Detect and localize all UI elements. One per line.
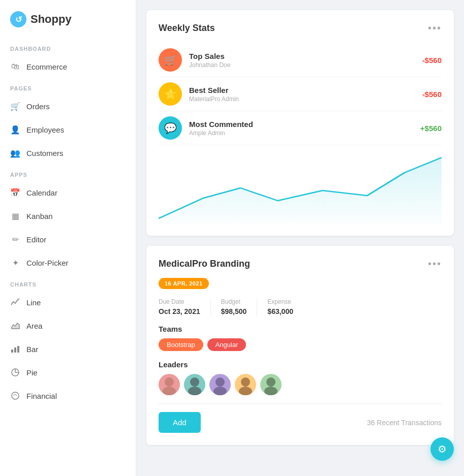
sidebar-section-dashboard: DASHBOARD 🛍 Ecommerce (0, 39, 136, 78)
due-date-value: Oct 23, 2021 (159, 307, 200, 315)
leaders-row (159, 374, 442, 395)
project-card: MedicalPro Branding ••• 16 APR, 2021 Due… (146, 246, 454, 445)
stat-info-most-commented: Most Commented Ample Admin (189, 120, 413, 137)
sidebar-item-label: Editor (26, 235, 46, 244)
section-label-apps: APPS (0, 165, 136, 181)
calendar-icon: 📅 (10, 187, 20, 198)
teams-heading: Teams (159, 325, 442, 333)
sidebar-item-orders[interactable]: 🛒 Orders (0, 94, 136, 118)
app-name: Shoppy (30, 13, 72, 26)
settings-fab[interactable]: ⚙ (430, 437, 454, 461)
customers-icon: 👥 (10, 148, 20, 158)
team-badge-angular: Angular (207, 338, 246, 351)
leader-avatar-2 (184, 374, 205, 395)
weekly-stats-card: Weekly Stats ••• 🛒 Top Sales Johnathan D… (146, 10, 454, 236)
project-divider (159, 403, 442, 404)
sidebar-item-label: Line (26, 298, 41, 307)
svg-rect-2 (17, 346, 19, 353)
svg-point-11 (215, 377, 225, 387)
line-icon (10, 297, 20, 307)
weekly-stats-chart (159, 152, 442, 224)
best-seller-icon: ⭐ (159, 82, 182, 106)
employees-icon: 👤 (10, 124, 20, 135)
expense-meta: Expense $63,000 (267, 298, 303, 315)
sidebar-item-label: Ecommerce (26, 62, 67, 71)
sidebar-item-label: Pie (26, 368, 38, 377)
sidebar-item-label: Calendar (26, 188, 57, 197)
kanban-icon: ▦ (10, 211, 20, 221)
sidebar-item-pie[interactable]: Pie (0, 361, 136, 384)
due-date-label: Due Date (159, 298, 200, 305)
stat-name-best-seller: Best Seller (189, 86, 415, 94)
bar-icon (10, 344, 20, 354)
stat-row-best-seller: ⭐ Best Seller MaterialPro Admin -$560 (159, 77, 442, 111)
sidebar-item-calendar[interactable]: 📅 Calendar (0, 181, 136, 204)
project-title: MedicalPro Branding (159, 259, 250, 269)
orders-icon: 🛒 (10, 101, 20, 111)
weekly-stats-header: Weekly Stats ••• (159, 22, 442, 34)
project-menu[interactable]: ••• (428, 258, 442, 270)
sidebar-item-ecommerce[interactable]: 🛍 Ecommerce (0, 55, 136, 78)
weekly-stats-menu[interactable]: ••• (428, 22, 442, 34)
add-button[interactable]: Add (159, 412, 201, 433)
sidebar-item-label: Employees (26, 125, 64, 134)
stat-row-top-sales: 🛒 Top Sales Johnathan Doe -$560 (159, 43, 442, 77)
svg-point-12 (213, 387, 227, 395)
stat-info-best-seller: Best Seller MaterialPro Admin (189, 86, 415, 103)
leader-avatar-1 (159, 374, 180, 395)
stat-row-most-commented: 💬 Most Commented Ample Admin +$560 (159, 111, 442, 145)
svg-rect-0 (11, 350, 13, 353)
svg-point-16 (264, 387, 277, 395)
project-meta: Due Date Oct 23, 2021 Budget $98,500 Exp… (159, 298, 442, 315)
sidebar-section-apps: APPS 📅 Calendar ▦ Kanban ✏ Editor ✦ Colo… (0, 165, 136, 274)
sidebar-item-area[interactable]: Area (0, 314, 136, 337)
teams-row: Bootstrap Angular (159, 338, 442, 351)
recent-transactions: 36 Recent Transactions (367, 419, 442, 427)
budget-label: Budget (221, 298, 247, 305)
section-label-pages: PAGES (0, 78, 136, 94)
leaders-heading: Leaders (159, 360, 442, 369)
svg-point-13 (241, 377, 250, 387)
pie-icon (10, 367, 20, 377)
stat-name-most-commented: Most Commented (189, 120, 413, 129)
svg-rect-1 (14, 347, 16, 353)
stat-name-top-sales: Top Sales (189, 52, 415, 60)
financial-icon (10, 391, 20, 401)
stat-value-best-seller: -$560 (422, 90, 442, 99)
most-commented-icon: 💬 (159, 116, 182, 140)
stat-sub-best-seller: MaterialPro Admin (189, 96, 415, 103)
sidebar-item-customers[interactable]: 👥 Customers (0, 141, 136, 165)
svg-point-10 (188, 387, 201, 395)
sidebar-item-line[interactable]: Line (0, 291, 136, 314)
budget-meta: Budget $98,500 (221, 298, 258, 315)
sidebar-item-color-picker[interactable]: ✦ Color-Picker (0, 251, 136, 274)
gear-icon: ⚙ (438, 443, 447, 455)
sidebar-item-label: Customers (26, 149, 64, 157)
editor-icon: ✏ (10, 234, 20, 244)
sidebar-item-employees[interactable]: 👤 Employees (0, 118, 136, 141)
svg-point-6 (12, 392, 19, 399)
due-date-meta: Due Date Oct 23, 2021 (159, 298, 211, 315)
stat-info-top-sales: Top Sales Johnathan Doe (189, 52, 415, 69)
app-logo[interactable]: ↺ Shoppy (0, 0, 136, 39)
svg-point-7 (165, 377, 174, 387)
sidebar-item-label: Orders (26, 102, 50, 111)
svg-point-14 (239, 387, 252, 395)
ecommerce-icon: 🛍 (10, 61, 20, 72)
area-icon (10, 321, 20, 331)
sidebar-item-editor[interactable]: ✏ Editor (0, 228, 136, 251)
svg-point-8 (163, 387, 176, 395)
stat-sub-top-sales: Johnathan Doe (189, 61, 415, 69)
project-date-badge: 16 APR, 2021 (159, 278, 209, 289)
sidebar-item-financial[interactable]: Financial (0, 384, 136, 407)
main-content: Weekly Stats ••• 🛒 Top Sales Johnathan D… (136, 0, 464, 476)
weekly-stats-title: Weekly Stats (159, 23, 215, 34)
top-sales-icon: 🛒 (159, 48, 182, 72)
sidebar-item-kanban[interactable]: ▦ Kanban (0, 204, 136, 228)
leader-avatar-4 (235, 374, 256, 395)
sidebar-item-label: Financial (26, 392, 57, 400)
sidebar-item-bar[interactable]: Bar (0, 337, 136, 361)
svg-point-9 (190, 377, 199, 387)
section-label-charts: CHARTS (0, 274, 136, 291)
sidebar-item-label: Bar (26, 345, 38, 354)
